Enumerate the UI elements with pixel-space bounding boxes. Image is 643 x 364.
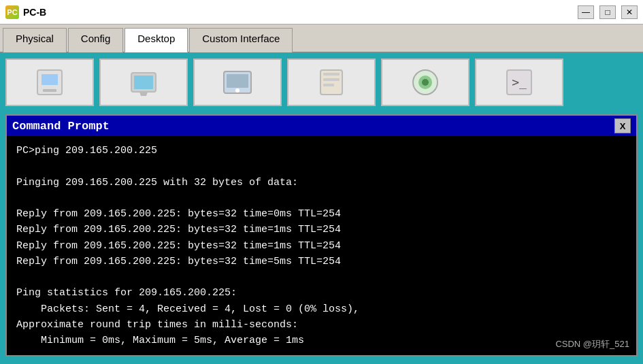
tab-custom[interactable]: Custom Interface: [189, 28, 293, 52]
cmd-line-8: [16, 269, 627, 285]
cmd-line-5: Reply from 209.165.200.225: bytes=32 tim…: [16, 222, 627, 237]
cmd-line-1: [16, 159, 627, 174]
app-icon-6[interactable]: >_: [475, 59, 563, 106]
tab-desktop[interactable]: Desktop: [125, 28, 188, 52]
icon-svg-4: [315, 66, 348, 99]
cmd-close-button[interactable]: X: [614, 118, 631, 133]
app-icon-5[interactable]: [381, 59, 469, 106]
svg-rect-6: [227, 74, 248, 88]
svg-point-14: [422, 79, 429, 86]
minimize-button[interactable]: —: [578, 5, 594, 19]
maximize-button[interactable]: □: [599, 5, 616, 19]
cmd-window: Command Prompt X PC>ping 209.165.200.225…: [5, 114, 638, 357]
app-icon-1[interactable]: [5, 59, 94, 106]
window-controls: — □ ✕: [578, 5, 638, 19]
cmd-line-11: Approximate round trip times in milli-se…: [16, 317, 627, 333]
tab-physical[interactable]: Physical: [3, 28, 67, 52]
svg-text:>_: >_: [512, 75, 527, 89]
cmd-line-2: Pinging 209.165.200.225 with 32 bytes of…: [16, 175, 627, 191]
watermark: CSDN @玥轩_521: [555, 337, 629, 351]
cmd-line-9: Ping statistics for 209.165.200.225:: [16, 285, 627, 301]
app-icon-3[interactable]: [193, 59, 282, 106]
tab-config[interactable]: Config: [68, 28, 123, 52]
cmd-line-10: Packets: Sent = 4, Received = 4, Lost = …: [16, 301, 627, 317]
icon-svg-5: [409, 66, 442, 99]
cmd-title: Command Prompt: [12, 120, 110, 133]
window-title: PC-B: [23, 7, 578, 18]
cmd-line-6: Reply from 209.165.200.225: bytes=32 tim…: [16, 238, 627, 254]
svg-rect-1: [42, 74, 58, 85]
app-icon-2[interactable]: [99, 59, 188, 106]
cmd-line-7: Reply from 209.165.200.225: bytes=32 tim…: [16, 254, 627, 269]
icon-svg-3: [221, 66, 254, 99]
cmd-line-4: Reply from 209.165.200.225: bytes=32 tim…: [16, 206, 627, 222]
svg-rect-11: [323, 84, 334, 86]
svg-rect-10: [323, 78, 340, 81]
cmd-line-12: Minimum = 0ms, Maximum = 5ms, Average = …: [16, 333, 627, 348]
content-area: >_ Command Prompt X PC>ping 209.165.200.…: [0, 53, 643, 364]
app-icon-4[interactable]: [287, 59, 376, 106]
svg-rect-2: [43, 89, 56, 92]
close-window-button[interactable]: ✕: [621, 5, 638, 19]
svg-rect-9: [323, 73, 340, 76]
svg-point-7: [235, 88, 240, 93]
app-icons-row: >_: [5, 59, 638, 109]
title-bar: PC PC-B — □ ✕: [0, 0, 643, 24]
tab-bar: Physical Config Desktop Custom Interface: [0, 24, 643, 53]
app-icon: PC: [5, 5, 19, 19]
cmd-body[interactable]: PC>ping 209.165.200.225 Pinging 209.165.…: [7, 136, 636, 355]
icon-svg-1: [33, 66, 66, 99]
icon-svg-2: [127, 66, 160, 99]
cmd-line-0: PC>ping 209.165.200.225: [16, 143, 627, 159]
cmd-line-3: [16, 191, 627, 206]
cmd-titlebar: Command Prompt X: [7, 116, 636, 136]
svg-rect-4: [134, 76, 153, 89]
icon-svg-6: >_: [503, 66, 535, 99]
